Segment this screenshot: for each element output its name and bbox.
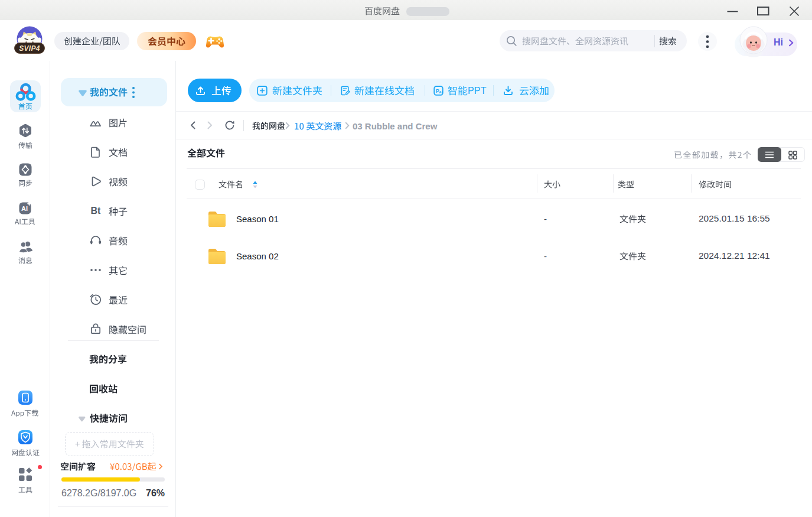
svg-text:AI: AI — [439, 90, 442, 94]
svg-text:AI: AI — [21, 205, 28, 212]
